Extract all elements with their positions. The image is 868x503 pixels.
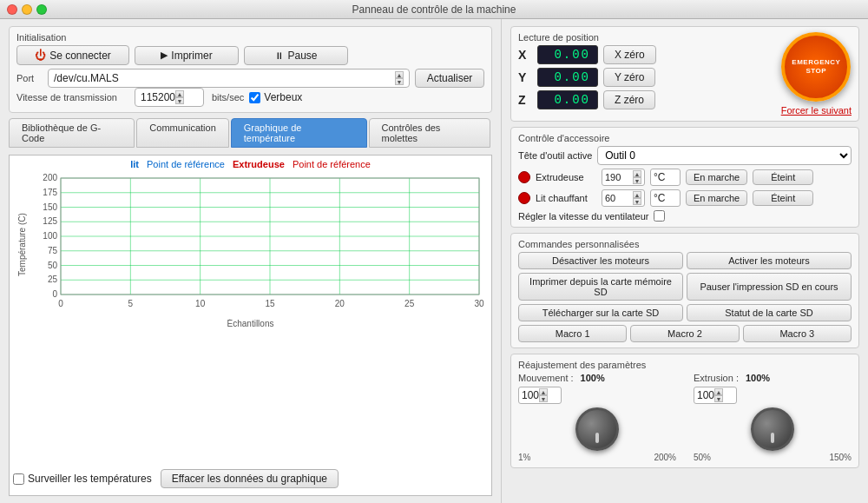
lit-up[interactable]: ▲ (633, 191, 641, 198)
upload-sd-button[interactable]: Télécharger sur la carte SD (518, 304, 683, 321)
x-zero-button[interactable]: X zéro (603, 45, 656, 64)
print-sd-button[interactable]: Imprimer depuis la carte mémoire SD (518, 273, 683, 301)
movement-down[interactable]: ▼ (539, 395, 548, 402)
maximize-button[interactable] (36, 4, 47, 15)
extrusion-value: 100 (697, 389, 714, 401)
legend-lit: lit (130, 159, 139, 169)
movement-dial[interactable] (575, 407, 619, 451)
extrusion-down[interactable]: ▼ (714, 395, 723, 402)
chart-check-row: Surveiller les températures Effacer les … (13, 466, 488, 492)
extrusion-label: Extrusion : (694, 373, 739, 383)
lit-down[interactable]: ▼ (633, 198, 641, 205)
pause-button[interactable]: ⏸ Pause (244, 46, 348, 65)
left-panel: Initialisation ⏻ Se connecter ▶ Imprimer… (0, 19, 502, 503)
custom-commands-section: Commandes personnalisées Désactiver les … (510, 233, 859, 348)
extrud-temp-wrap: 190 ▲ ▼ (602, 169, 645, 186)
macro1-button[interactable]: Macro 1 (518, 325, 627, 342)
position-label: Lecture de position (518, 32, 773, 43)
extrusion-up[interactable]: ▲ (714, 388, 723, 395)
baud-down-arrow[interactable]: ▼ (175, 97, 184, 104)
extrusion-dial[interactable] (751, 407, 794, 451)
movement-max: 200% (654, 453, 676, 462)
movement-header: Mouvement : 100% (518, 373, 676, 383)
connect-button[interactable]: ⏻ Se connecter (16, 45, 129, 65)
port-input-wrap: /dev/cu.MALS ▲ ▼ (48, 69, 410, 88)
chart-container: lit Point de référence Extrudeuse Point … (9, 155, 492, 496)
close-button[interactable] (7, 4, 17, 15)
readjust-row: Mouvement : 100% 100 ▲ ▼ (518, 373, 852, 462)
baud-up-arrow[interactable]: ▲ (175, 90, 184, 97)
axis-x-label: X (518, 48, 532, 62)
force-next-label[interactable]: Forcer le suivant (781, 105, 852, 116)
movement-up[interactable]: ▲ (539, 388, 548, 395)
port-down-arrow[interactable]: ▼ (395, 78, 404, 85)
y-zero-button[interactable]: Y zéro (603, 68, 655, 87)
lit-temp: 60 (605, 193, 633, 203)
lit-status-dot (518, 192, 530, 204)
monitor-label: Surveiller les températures (28, 473, 152, 485)
z-display-wrap: 0.00 (537, 90, 598, 109)
emergency-stop-button[interactable]: EMERGENCYSTOP (781, 32, 851, 102)
monitor-checkbox[interactable] (13, 473, 24, 485)
verbose-label: Verbeux (264, 91, 302, 103)
tab-communication[interactable]: Communication (136, 118, 228, 148)
tab-controls[interactable]: Contrôles des molettes (369, 118, 491, 148)
temperature-chart (30, 171, 488, 319)
movement-dial-notch (595, 433, 599, 443)
macro2-button[interactable]: Macro 2 (630, 325, 739, 342)
movement-dial-wrap: 1% 200% (518, 407, 676, 462)
extrud-row: Extrudeuse 190 ▲ ▼ °C En marche Éteint (518, 169, 852, 186)
z-value: 0.00 (537, 90, 598, 109)
macro3-button[interactable]: Macro 3 (743, 325, 852, 342)
chart-legend: lit Point de référence Extrudeuse Point … (13, 159, 488, 169)
extrusion-dial-wrap: 50% 150% (694, 407, 852, 462)
window-title: Panneau de contrôle de la machine (352, 3, 516, 16)
tool-select[interactable]: Outil 0 Outil 1 Outil 2 (597, 146, 852, 165)
verbose-wrap: Verbeux (249, 91, 302, 103)
activate-motors-button[interactable]: Activer les moteurs (687, 252, 852, 269)
print-button[interactable]: ▶ Imprimer (135, 46, 239, 65)
extrusion-max: 150% (829, 453, 852, 462)
tab-gcode[interactable]: Bibliothèque de G-Code (9, 118, 135, 148)
minimize-button[interactable] (22, 4, 32, 15)
lit-deg-wrap: °C (650, 189, 681, 207)
lit-off-button[interactable]: Éteint (753, 190, 813, 206)
z-zero-button[interactable]: Z zéro (603, 90, 655, 109)
pause-icon: ⏸ (274, 50, 284, 61)
movement-label: Mouvement : (518, 373, 574, 383)
refresh-button[interactable]: Actualiser (415, 69, 484, 88)
lit-on-button[interactable]: En marche (686, 190, 747, 206)
fan-label: Régler la vitesse du ventilateur (518, 211, 648, 222)
pause-sd-button[interactable]: Pauser l'impression SD en cours (687, 273, 852, 301)
chart-inner (30, 171, 488, 319)
baud-spinner[interactable]: ▲ ▼ (175, 90, 184, 104)
y-display-wrap: 0.00 (537, 68, 598, 87)
sd-status-button[interactable]: Statut de la carte SD (687, 304, 852, 321)
verbose-checkbox[interactable] (249, 92, 260, 103)
extrusion-spinner[interactable]: ▲ ▼ (714, 388, 723, 402)
lit-spinner[interactable]: ▲ ▼ (633, 191, 641, 205)
extrud-spinner[interactable]: ▲ ▼ (633, 170, 641, 184)
tool-row: Tête d'outil active Outil 0 Outil 1 Outi… (518, 146, 852, 165)
extrud-up[interactable]: ▲ (633, 170, 641, 177)
commands-grid: Désactiver les moteurs Activer les moteu… (518, 252, 852, 321)
port-spinner[interactable]: ▲ ▼ (395, 71, 404, 85)
tab-temperature[interactable]: Graphique de température (231, 118, 367, 148)
port-up-arrow[interactable]: ▲ (395, 71, 404, 78)
movement-spinner[interactable]: ▲ ▼ (539, 388, 548, 402)
extrusion-col: Extrusion : 100% 100 ▲ ▼ (694, 373, 852, 462)
pos-row-z: Z 0.00 Z zéro (518, 90, 773, 109)
lit-label: Lit chauffant (536, 193, 596, 203)
extrud-status-dot (518, 171, 530, 183)
extrud-down[interactable]: ▼ (633, 177, 641, 184)
movement-input-wrap: 100 ▲ ▼ (518, 387, 562, 404)
extrud-temp: 190 (605, 172, 633, 182)
extrud-off-button[interactable]: Éteint (753, 169, 813, 185)
clear-chart-button[interactable]: Effacer les données du graphique (161, 469, 339, 488)
extrusion-min: 50% (694, 453, 711, 462)
extrud-on-button[interactable]: En marche (686, 169, 747, 185)
extrusion-dial-notch (771, 433, 774, 443)
fan-checkbox[interactable] (654, 210, 665, 222)
deactivate-motors-button[interactable]: Désactiver les moteurs (518, 252, 683, 269)
macro-row: Macro 1 Macro 2 Macro 3 (518, 325, 852, 342)
